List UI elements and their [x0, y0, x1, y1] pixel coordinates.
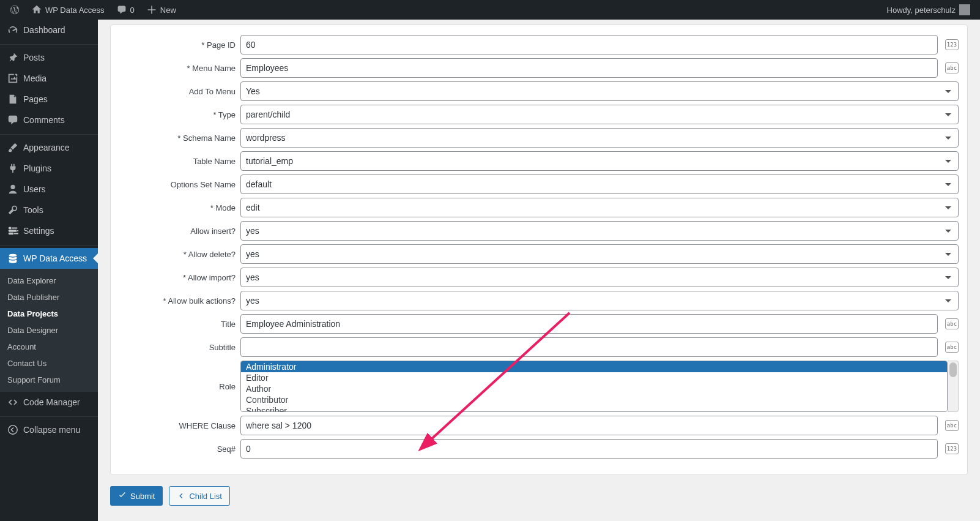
- select-type[interactable]: parent/child: [240, 105, 959, 124]
- input-menu-name[interactable]: [240, 58, 938, 78]
- form-panel: * Page ID 123 * Menu Name abc Add To Men…: [110, 24, 968, 475]
- settings-icon: [7, 225, 18, 236]
- dashboard-icon: [7, 24, 18, 36]
- sidebar-item-dashboard[interactable]: Dashboard: [0, 20, 98, 40]
- type-tag-number: 123: [945, 443, 959, 454]
- select-allow-bulk[interactable]: yes: [240, 291, 959, 310]
- sidebar-item-wpda[interactable]: WP Data Access: [0, 248, 98, 269]
- wrench-icon: [7, 204, 18, 216]
- label-subtitle: Subtitle: [119, 343, 236, 352]
- label-allow-import: * Allow import?: [119, 273, 236, 282]
- submit-button[interactable]: Submit: [110, 486, 163, 506]
- home-icon: [32, 5, 42, 15]
- label-allow-insert: Allow insert?: [119, 227, 236, 236]
- label-page-id: * Page ID: [119, 40, 236, 50]
- submenu-data-explorer[interactable]: Data Explorer: [0, 272, 98, 289]
- sidebar-item-users[interactable]: Users: [0, 179, 98, 200]
- select-role[interactable]: Administrator Editor Author Contributor …: [240, 361, 948, 412]
- new-link[interactable]: New: [142, 0, 181, 20]
- input-where[interactable]: [240, 416, 938, 435]
- type-tag-text: abc: [945, 318, 959, 329]
- label-allow-bulk: * Allow bulk actions?: [119, 296, 236, 305]
- label-title: Title: [119, 320, 236, 329]
- label-menu-name: * Menu Name: [119, 64, 236, 73]
- select-add-to-menu[interactable]: Yes: [240, 81, 959, 101]
- role-scrollbar[interactable]: [948, 361, 959, 412]
- label-table: Table Name: [119, 157, 236, 166]
- type-tag-number: 123: [945, 39, 959, 50]
- sidebar-item-pages[interactable]: Pages: [0, 89, 98, 110]
- submenu-data-publisher[interactable]: Data Publisher: [0, 289, 98, 305]
- sidebar-item-codemgr[interactable]: Code Manager: [0, 392, 98, 413]
- arrow-left-icon: [177, 492, 185, 500]
- wp-logo-link[interactable]: [5, 0, 24, 20]
- howdy-link[interactable]: Howdy, peterschulz: [882, 0, 975, 20]
- collapse-icon: [7, 424, 18, 435]
- label-options: Options Set Name: [119, 180, 236, 189]
- site-link[interactable]: WP Data Access: [27, 0, 110, 20]
- page-icon: [7, 94, 18, 105]
- label-type: * Type: [119, 110, 236, 119]
- label-allow-delete: * Allow delete?: [119, 250, 236, 259]
- type-tag-text: abc: [945, 62, 959, 73]
- submenu-contact[interactable]: Contact Us: [0, 355, 98, 372]
- label-add-to-menu: Add To Menu: [119, 87, 236, 96]
- role-option-subscriber[interactable]: Subscriber: [241, 405, 947, 412]
- code-icon: [7, 397, 18, 408]
- comment-icon: [117, 5, 127, 15]
- input-title[interactable]: [240, 314, 938, 334]
- role-option-administrator[interactable]: Administrator: [241, 361, 947, 372]
- wordpress-icon: [10, 5, 20, 15]
- submenu-account[interactable]: Account: [0, 339, 98, 355]
- svg-point-0: [9, 425, 17, 434]
- pin-icon: [7, 52, 18, 63]
- sidebar-item-settings[interactable]: Settings: [0, 220, 98, 241]
- select-schema[interactable]: wordpress: [240, 128, 959, 148]
- select-mode[interactable]: edit: [240, 198, 959, 217]
- label-where: WHERE Clause: [119, 421, 236, 430]
- input-seq[interactable]: [240, 439, 938, 459]
- role-option-editor[interactable]: Editor: [241, 372, 947, 383]
- select-allow-delete[interactable]: yes: [240, 244, 959, 264]
- sidebar-item-tools[interactable]: Tools: [0, 200, 98, 220]
- database-icon: [7, 253, 18, 264]
- label-role: Role: [119, 382, 236, 391]
- media-icon: [7, 73, 18, 84]
- role-option-contributor[interactable]: Contributor: [241, 394, 947, 405]
- submenu-support[interactable]: Support Forum: [0, 372, 98, 388]
- sidebar-item-media[interactable]: Media: [0, 68, 98, 89]
- label-mode: * Mode: [119, 203, 236, 212]
- child-list-button[interactable]: Child List: [169, 486, 229, 506]
- label-seq: Seq#: [119, 444, 236, 454]
- select-table[interactable]: tutorial_emp: [240, 151, 959, 171]
- comments-icon: [7, 114, 18, 126]
- input-page-id[interactable]: [240, 35, 938, 54]
- sidebar-item-appearance[interactable]: Appearance: [0, 137, 98, 158]
- brush-icon: [7, 142, 18, 153]
- sidebar-item-plugins[interactable]: Plugins: [0, 158, 98, 179]
- type-tag-text: abc: [945, 342, 959, 353]
- submenu-data-projects[interactable]: Data Projects: [0, 305, 98, 322]
- input-subtitle[interactable]: [240, 337, 938, 357]
- submenu-data-designer[interactable]: Data Designer: [0, 322, 98, 339]
- sidebar-collapse[interactable]: Collapse menu: [0, 419, 98, 440]
- sidebar-item-comments[interactable]: Comments: [0, 110, 98, 130]
- plug-icon: [7, 163, 18, 174]
- check-icon: [118, 492, 127, 500]
- select-options[interactable]: default: [240, 174, 959, 194]
- label-schema: * Schema Name: [119, 133, 236, 143]
- type-tag-text: abc: [945, 420, 959, 431]
- plus-icon: [147, 5, 157, 15]
- select-allow-import[interactable]: yes: [240, 268, 959, 287]
- role-option-author[interactable]: Author: [241, 383, 947, 394]
- user-icon: [7, 184, 18, 195]
- avatar: [959, 4, 970, 15]
- comments-link[interactable]: 0: [112, 0, 139, 20]
- sidebar-item-posts[interactable]: Posts: [0, 47, 98, 68]
- select-allow-insert[interactable]: yes: [240, 221, 959, 241]
